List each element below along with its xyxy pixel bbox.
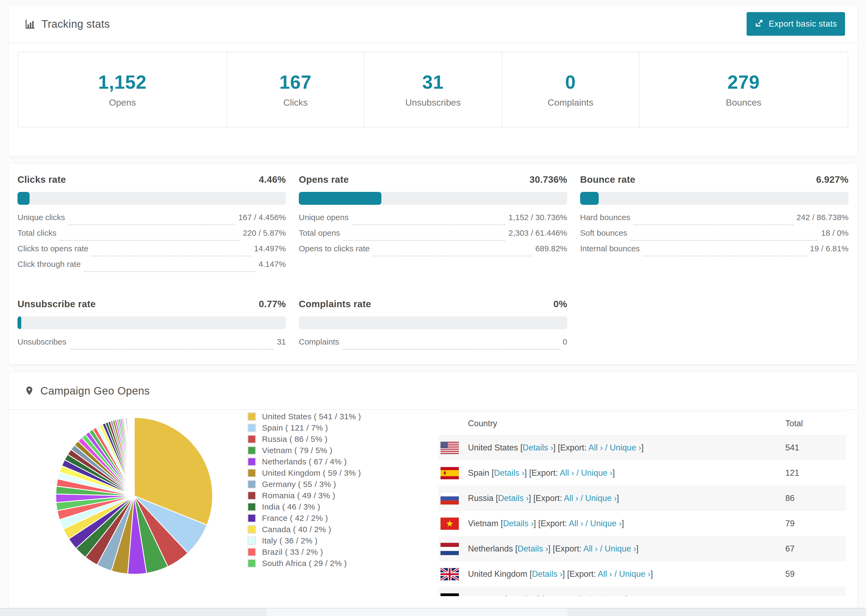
rate-panel-title: Bounce rate <box>580 174 636 185</box>
geo-table-row: Russia [Details ›] [Export: All › / Uniq… <box>438 486 846 511</box>
link-separator: / <box>578 493 585 503</box>
export-basic-stats-button[interactable]: Export basic stats <box>746 12 845 36</box>
country-name: Spain <box>468 468 489 478</box>
rate-rows: Complaints0 <box>299 337 567 353</box>
export-unique-link[interactable]: Unique › <box>619 569 650 579</box>
geo-total-value: 79 <box>785 519 794 528</box>
geo-header: Campaign Geo Opens <box>9 372 857 410</box>
country-name: Vietnam <box>468 519 498 528</box>
rate-progress-track <box>299 192 567 205</box>
rate-panel: Clicks rate4.46%Unique clicks167 / 4.456… <box>17 174 286 275</box>
rate-row-value: 220 / 5.87% <box>243 228 286 237</box>
export-all-link[interactable]: All › <box>564 493 578 503</box>
details-link[interactable]: Details › <box>523 443 553 452</box>
legend-label: Russia ( 86 / 5% ) <box>262 435 328 444</box>
geo-country-cell: Spain [Details ›] [Export: All › / Uniqu… <box>468 468 615 478</box>
rate-rows: Unique clicks167 / 4.456%Total clicks220… <box>17 213 286 275</box>
legend-item: Vietnam ( 79 / 5% ) <box>247 445 361 456</box>
summary-stat-value: 1,152 <box>98 71 146 93</box>
geo-title: Campaign Geo Opens <box>40 385 150 397</box>
rate-progress-track <box>17 192 286 205</box>
tracking-stats-header: Tracking stats Export basic stats <box>9 5 857 43</box>
rate-panel: Bounce rate6.927%Hard bounces242 / 86.73… <box>580 174 849 259</box>
details-link[interactable]: Details › <box>498 493 529 503</box>
rate-rows: Hard bounces242 / 86.738%Soft bounces18 … <box>580 213 849 259</box>
legend-swatch <box>247 424 256 432</box>
rate-row: Unique opens1,152 / 30.736% <box>299 213 567 228</box>
legend-item: France ( 42 / 2% ) <box>247 512 361 524</box>
details-link[interactable]: Details › <box>503 519 534 528</box>
export-icon <box>755 18 764 30</box>
dotted-leader <box>342 349 559 350</box>
rate-panel-head: Clicks rate4.46% <box>17 174 286 185</box>
export-unique-link[interactable]: Unique › <box>605 544 636 553</box>
geo-country-cell: United Kingdom [Details ›] [Export: All … <box>468 569 653 579</box>
export-unique-link[interactable]: Unique › <box>590 519 622 528</box>
rate-row-value: 14.497% <box>254 244 286 253</box>
geo-country-cell: Netherlands [Details ›] [Export: All › /… <box>468 544 638 554</box>
legend-label: South Africa ( 29 / 2% ) <box>262 559 347 568</box>
summary-stat-cell: 31Unsubscribes <box>364 52 501 127</box>
rate-row-label: Unsubscribes <box>17 337 66 346</box>
rate-panel: Opens rate30.736%Unique opens1,152 / 30.… <box>299 174 567 259</box>
details-link[interactable]: Details › <box>532 569 563 579</box>
export-all-link[interactable]: All › <box>589 443 603 452</box>
legend-swatch <box>247 480 256 489</box>
export-all-link[interactable]: All › <box>598 569 612 579</box>
rate-progress-track <box>299 316 567 329</box>
legend-item: Italy ( 36 / 2% ) <box>247 535 361 546</box>
rate-row-label: Unique opens <box>299 213 348 222</box>
rate-panel-title: Opens rate <box>299 174 349 185</box>
rate-row-label: Hard bounces <box>580 213 630 222</box>
export-button-label: Export basic stats <box>768 19 837 29</box>
rate-row: Total opens2,303 / 61.446% <box>299 228 567 244</box>
legend-label: Canada ( 40 / 2% ) <box>262 525 331 534</box>
link-separator: / <box>583 519 590 528</box>
rate-panel-value: 4.46% <box>259 174 286 185</box>
export-all-link[interactable]: All › <box>569 519 583 528</box>
summary-stat-label: Bounces <box>726 97 761 108</box>
flag-icon-es <box>441 467 459 479</box>
rate-row: Unique clicks167 / 4.456% <box>17 213 286 228</box>
rate-progress-fill <box>580 192 599 205</box>
export-all-link[interactable]: All › <box>560 468 574 478</box>
legend-label: United Kingdom ( 59 / 3% ) <box>262 468 361 478</box>
details-link[interactable]: Details › <box>518 544 548 553</box>
geo-table-header: CountryTotal <box>438 412 846 435</box>
geo-pie-chart <box>52 414 216 578</box>
rate-row-value: 689.82% <box>535 244 567 253</box>
dotted-leader <box>70 349 274 350</box>
legend-label: Germany ( 55 / 3% ) <box>262 480 336 489</box>
details-link[interactable]: Details › <box>494 468 525 478</box>
page-title: Tracking stats <box>41 18 110 30</box>
rate-panel-title: Unsubscribe rate <box>17 299 96 310</box>
rate-row-value: 167 / 4.456% <box>238 213 286 222</box>
rate-row-value: 2,303 / 61.446% <box>508 228 567 237</box>
flag-icon-vn <box>441 517 459 530</box>
card-bottom-fade <box>9 596 857 608</box>
country-name: Netherlands <box>468 544 513 553</box>
legend-label: Spain ( 121 / 7% ) <box>262 423 328 432</box>
export-unique-link[interactable]: Unique › <box>581 468 612 478</box>
legend-swatch <box>247 446 256 455</box>
export-all-link[interactable]: All › <box>583 544 598 553</box>
legend-label: United States ( 541 / 31% ) <box>262 412 361 421</box>
export-unique-link[interactable]: Unique › <box>585 493 617 503</box>
summary-stat-label: Opens <box>109 97 136 108</box>
rate-row-label: Click through rate <box>17 259 81 269</box>
rates-card: Clicks rate4.46%Unique clicks167 / 4.456… <box>9 164 857 364</box>
legend-swatch <box>247 548 256 556</box>
dotted-leader <box>630 240 818 241</box>
rate-panel-head: Opens rate30.736% <box>299 174 567 185</box>
pie-legend: United States ( 541 / 31% )Spain ( 121 /… <box>247 411 361 569</box>
summary-stat-cell: 1,152Opens <box>18 52 227 127</box>
export-unique-link[interactable]: Unique › <box>610 443 641 452</box>
page-bottom-strip <box>266 608 567 616</box>
rate-row-value: 4.147% <box>258 259 286 269</box>
rate-row-value: 18 / 0% <box>821 228 849 237</box>
legend-label: India ( 46 / 3% ) <box>262 502 320 511</box>
summary-stat-cell: 0Complaints <box>502 52 639 127</box>
geo-total-value: 86 <box>785 493 794 503</box>
geo-total-value: 67 <box>785 544 794 554</box>
rate-row-label: Clicks to opens rate <box>17 244 88 253</box>
